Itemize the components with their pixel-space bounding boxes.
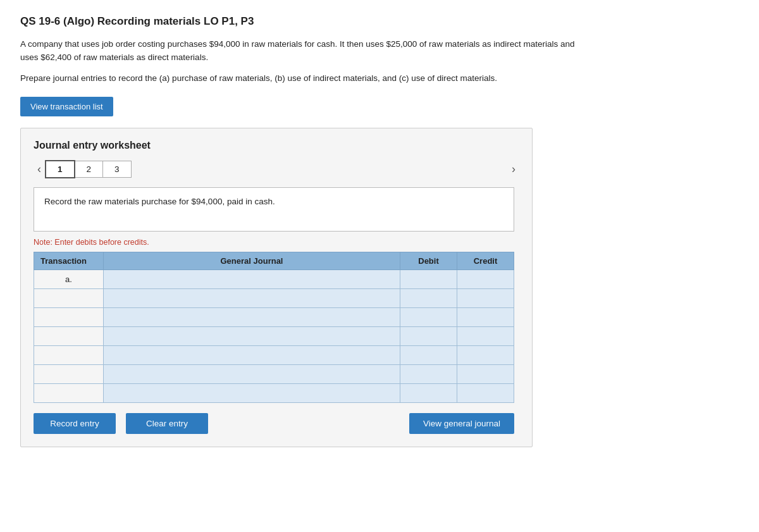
credit-input-3[interactable] (457, 308, 514, 326)
prepare-text: Prepare journal entries to record the (a… (20, 72, 589, 85)
table-row (34, 307, 514, 326)
debit-cell-5[interactable] (400, 345, 457, 364)
next-chevron-icon[interactable]: › (508, 161, 519, 177)
credit-cell-2[interactable] (457, 288, 514, 307)
transaction-cell-1: a. (34, 269, 104, 288)
credit-cell-1[interactable] (457, 269, 514, 288)
table-row (34, 326, 514, 345)
worksheet-container: Journal entry worksheet ‹ 1 2 3 › Record… (20, 128, 533, 447)
credit-input-1[interactable] (457, 270, 514, 288)
general-journal-input-5[interactable] (104, 346, 400, 364)
credit-input-5[interactable] (457, 346, 514, 364)
general-journal-cell-1[interactable] (104, 269, 400, 288)
description-text: A company that uses job order costing pu… (20, 38, 589, 65)
transaction-cell-3 (34, 307, 104, 326)
general-journal-cell-7[interactable] (104, 383, 400, 402)
credit-cell-7[interactable] (457, 383, 514, 402)
general-journal-cell-2[interactable] (104, 288, 400, 307)
tab-container: 1 2 3 (45, 160, 132, 178)
tab-nav-row: ‹ 1 2 3 › (34, 160, 519, 178)
general-journal-input-7[interactable] (104, 384, 400, 402)
credit-cell-6[interactable] (457, 364, 514, 383)
col-header-credit: Credit (457, 252, 514, 269)
tab-2[interactable]: 2 (75, 161, 104, 178)
general-journal-input-6[interactable] (104, 365, 400, 383)
table-row (34, 383, 514, 402)
credit-cell-3[interactable] (457, 307, 514, 326)
debit-input-7[interactable] (400, 384, 457, 402)
transaction-cell-6 (34, 364, 104, 383)
general-journal-input-3[interactable] (104, 308, 400, 326)
credit-cell-4[interactable] (457, 326, 514, 345)
transaction-cell-7 (34, 383, 104, 402)
general-journal-cell-5[interactable] (104, 345, 400, 364)
table-row (34, 288, 514, 307)
col-header-debit: Debit (400, 252, 457, 269)
debit-input-1[interactable] (400, 270, 457, 288)
col-header-transaction: Transaction (34, 252, 104, 269)
page-title: QS 19-6 (Algo) Recording materials LO P1… (20, 15, 739, 28)
col-header-general-journal: General Journal (104, 252, 400, 269)
debit-input-3[interactable] (400, 308, 457, 326)
record-entry-button[interactable]: Record entry (34, 413, 116, 434)
tab-3[interactable]: 3 (103, 161, 132, 178)
debit-cell-1[interactable] (400, 269, 457, 288)
table-row (34, 364, 514, 383)
worksheet-title: Journal entry worksheet (34, 140, 519, 151)
view-transaction-button[interactable]: View transaction list (20, 97, 113, 116)
credit-cell-5[interactable] (457, 345, 514, 364)
transaction-cell-2 (34, 288, 104, 307)
credit-input-7[interactable] (457, 384, 514, 402)
credit-input-2[interactable] (457, 289, 514, 307)
debit-input-2[interactable] (400, 289, 457, 307)
instruction-box: Record the raw materials purchase for $9… (34, 187, 514, 232)
credit-input-4[interactable] (457, 327, 514, 345)
table-row (34, 345, 514, 364)
view-general-journal-button[interactable]: View general journal (409, 413, 514, 434)
general-journal-cell-6[interactable] (104, 364, 400, 383)
general-journal-input-1[interactable] (104, 270, 400, 288)
transaction-cell-5 (34, 345, 104, 364)
debit-input-4[interactable] (400, 327, 457, 345)
debit-cell-6[interactable] (400, 364, 457, 383)
journal-table: Transaction General Journal Debit Credit… (34, 252, 514, 403)
general-journal-cell-3[interactable] (104, 307, 400, 326)
general-journal-input-4[interactable] (104, 327, 400, 345)
general-journal-input-2[interactable] (104, 289, 400, 307)
debit-cell-7[interactable] (400, 383, 457, 402)
transaction-cell-4 (34, 326, 104, 345)
clear-entry-button[interactable]: Clear entry (126, 413, 208, 434)
debit-cell-4[interactable] (400, 326, 457, 345)
instruction-text: Record the raw materials purchase for $9… (44, 197, 275, 206)
debit-cell-3[interactable] (400, 307, 457, 326)
credit-input-6[interactable] (457, 365, 514, 383)
debit-cell-2[interactable] (400, 288, 457, 307)
table-row: a. (34, 269, 514, 288)
note-text: Note: Enter debits before credits. (34, 238, 519, 247)
debit-input-6[interactable] (400, 365, 457, 383)
debit-input-5[interactable] (400, 346, 457, 364)
prev-chevron-icon[interactable]: ‹ (34, 161, 45, 177)
general-journal-cell-4[interactable] (104, 326, 400, 345)
action-buttons-row: Record entry Clear entry View general jo… (34, 413, 514, 434)
tab-1[interactable]: 1 (45, 160, 75, 178)
